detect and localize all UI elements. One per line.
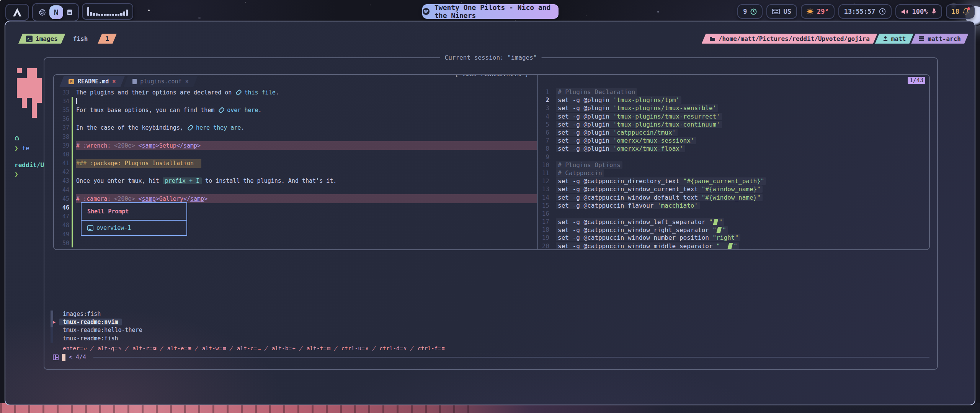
audio-visualizer[interactable] (82, 3, 133, 20)
line-number: 10 (538, 161, 549, 169)
visualizer-bar (93, 13, 95, 16)
inactive-cursor (76, 98, 77, 104)
updates-widget[interactable]: 9 (737, 4, 763, 19)
markdown-link[interactable]: this file (235, 89, 275, 96)
match-counter: < 4/4 (69, 354, 86, 361)
audio-widget[interactable]: 100% (895, 4, 942, 19)
code-token: set -g @plugin (558, 129, 613, 136)
code-token: set -g @plugin (558, 113, 613, 120)
session-name: tmux-readme:hello-there (63, 327, 142, 333)
line-text: set -g @plugin 'tmux-plugins/tpm' (556, 96, 681, 104)
line-number: 49 (54, 231, 69, 238)
hint-key: alt-q= (98, 345, 118, 351)
code-token: </ (176, 142, 183, 149)
buffer-line: 2set -g @plugin 'tmux-plugins/tpm' (538, 96, 929, 104)
code-token: " (716, 242, 727, 250)
line-text: set -g @plugin 'omerxx/tmux-sessionx' (556, 137, 696, 144)
visualizer-bar (118, 14, 119, 16)
hint-separator: / (333, 345, 338, 351)
line-text: set -g @plugin 'catppuccin/tmux' (556, 129, 678, 136)
tmux-session-name: images (36, 35, 58, 42)
line-text: set -g @catppuccin_window_left_separator… (556, 218, 724, 226)
line-text: set -g @plugin 'tmux-plugins/tmux-resurr… (556, 113, 722, 120)
markdown-table: Shell Prompt overview-1 (81, 202, 187, 236)
hint-action-icon: ▣ (188, 345, 191, 351)
weather-widget[interactable]: 29° (801, 4, 835, 19)
git-added-bar (72, 239, 73, 247)
close-icon[interactable]: × (112, 78, 116, 85)
wallpaper-stars (0, 0, 1, 1)
code-text: # Catppuccin (556, 169, 604, 177)
code-token: < (139, 195, 142, 202)
keyboard-layout-widget[interactable]: US (766, 4, 797, 19)
buffer-line: 39# :wrench: <200e> <samp>Setup</samp> (54, 141, 537, 150)
code-token: "right" (713, 234, 738, 241)
tab-readme[interactable]: M README.md × (59, 76, 125, 87)
hint-separator: / (410, 345, 415, 351)
code-text: set -g @catppuccin_window_middle_separat… (556, 242, 739, 250)
code-text: set -g @plugin 'omerxx/tmux-floax' (556, 145, 685, 152)
session-list-item[interactable]: ▶tmux-readme:nvim (50, 318, 932, 326)
code-token: "#{pane_current_path}" (683, 177, 764, 185)
tmux-window-name[interactable]: fish (73, 35, 88, 42)
clock-time: 13:55:57 (844, 8, 875, 15)
position-indicator: 1/43 (908, 77, 925, 84)
code-token: set -g @catppuccin_flavour (558, 202, 657, 209)
code-token: "#{window_name}" (702, 185, 761, 193)
clock-widget[interactable]: 13:55:57 (838, 4, 892, 19)
code-text: # Plugins Declaration (556, 88, 637, 96)
bell-icon[interactable] (963, 8, 969, 15)
session-list-item[interactable]: tmux-readme:fish (50, 334, 932, 342)
git-added-bar (72, 150, 73, 159)
neovim-icon[interactable]: N (49, 5, 63, 19)
preview-title: [ tmux-readme:nvim ] (451, 74, 532, 78)
media-player-widget[interactable]: Twenty One Pilots - Nico and the Niners (422, 4, 559, 19)
date-widget[interactable]: 18 (946, 4, 975, 19)
line-number: 20 (538, 242, 549, 250)
git-added-bar (72, 141, 73, 150)
tmux-user: matt (891, 35, 906, 42)
code-token: > (204, 195, 207, 202)
buffer-line: 38 (54, 132, 537, 141)
code-text: set -g @catppuccin_window_default_text "… (556, 194, 763, 201)
line-number: 4 (538, 113, 549, 120)
code-token: 'tmux-plugins/tmux-resurrect' (613, 113, 720, 120)
launcher-button[interactable] (5, 4, 29, 21)
taskbar-apps[interactable]: N (32, 3, 79, 21)
session-list-item[interactable]: images:fish (50, 310, 932, 318)
buffer-line: 20set -g @catppuccin_window_middle_separ… (538, 242, 929, 250)
line-number: 18 (538, 226, 549, 233)
tab-plugins-conf[interactable]: plugins.conf × (123, 76, 198, 87)
markdown-link[interactable]: over here (218, 107, 258, 114)
code-token: 'omerxx/tmux-sessionx' (613, 137, 694, 144)
tmux-path-segment: /home/matt/Pictures/reddit/Upvoted/gojir… (702, 34, 877, 44)
visualizer-bar (98, 14, 100, 16)
document-icon[interactable] (67, 9, 72, 16)
code-token: 'tmux-plugins/tmux-sensible' (613, 104, 717, 112)
prompt-separator-line (93, 357, 929, 358)
markdown-link[interactable]: here they are (187, 124, 241, 131)
heading-highlight: # :wrench: <200e> <samp>Setup</samp> (76, 141, 537, 150)
tmux-window-index[interactable]: 1 (98, 34, 117, 44)
code-token: set -g @catppuccin_window_left_separator (558, 218, 709, 226)
readme-pane: M README.md × plugins.conf × (54, 75, 537, 249)
readme-lines: Shell Prompt overview-1 33The plugins an… (54, 88, 537, 247)
git-added-bar (72, 203, 73, 212)
git-added-bar (72, 97, 73, 106)
line-number: 19 (538, 234, 549, 241)
search-prompt[interactable]: < 4/4 (50, 354, 932, 361)
browser-globe-icon[interactable] (39, 9, 46, 16)
session-list-item[interactable]: tmux-readme:hello-there (50, 326, 932, 334)
hint-key: alt-e= (167, 345, 187, 351)
line-number: 35 (54, 107, 69, 114)
session-list: images:fish▶tmux-readme:nvimtmux-readme:… (50, 310, 932, 367)
close-icon[interactable]: × (185, 78, 189, 85)
code-token: set -g @catppuccin_window_right_separato… (558, 226, 713, 234)
tmux-host-segment: matt-arch (911, 34, 969, 44)
line-text: set -g @plugin 'tmux-plugins/tmux-contin… (556, 121, 722, 128)
buffer-line: 5set -g @plugin 'tmux-plugins/tmux-conti… (538, 120, 929, 128)
tmux-session-tab[interactable]: >_ images (18, 34, 65, 44)
line-number: 12 (538, 177, 549, 185)
code-text: set -g @catppuccin_window_right_separato… (556, 226, 728, 234)
code-token: to install the plugins. And that's it. (202, 177, 336, 184)
